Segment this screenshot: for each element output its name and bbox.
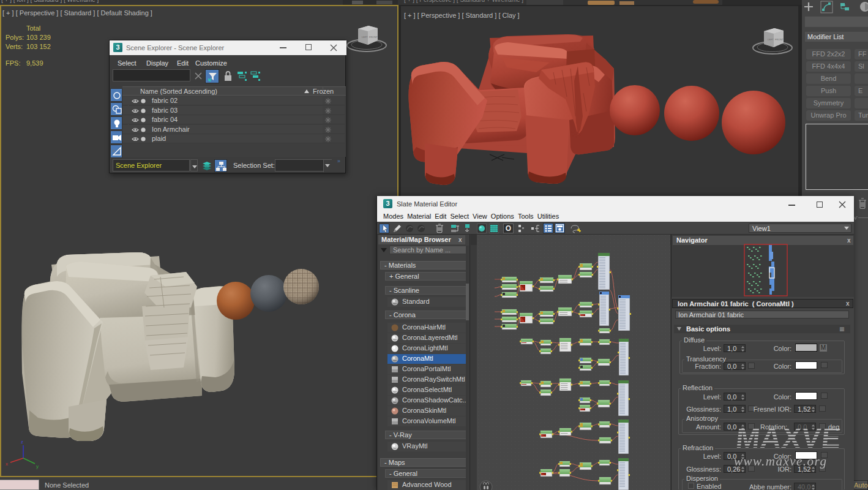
svg-text:LEFT: LEFT (768, 38, 774, 41)
svg-text:MAXVE: MAXVE (735, 423, 844, 453)
svg-text:FRONT: FRONT (369, 36, 378, 39)
svg-text:FRONT: FRONT (775, 38, 784, 41)
svg-text:z: z (21, 439, 23, 445)
svg-text:LEFT: LEFT (362, 36, 368, 39)
svg-text:x: x (6, 461, 8, 467)
svg-text:y: y (36, 464, 39, 469)
